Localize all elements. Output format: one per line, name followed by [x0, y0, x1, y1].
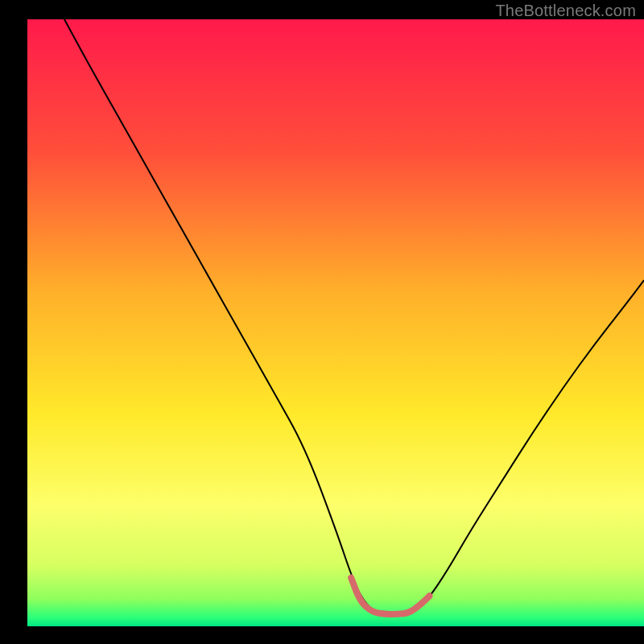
watermark-text: TheBottleneck.com	[495, 2, 636, 20]
chart-svg	[0, 0, 644, 644]
gradient-background	[27, 19, 644, 626]
chart-container: TheBottleneck.com	[0, 0, 644, 644]
